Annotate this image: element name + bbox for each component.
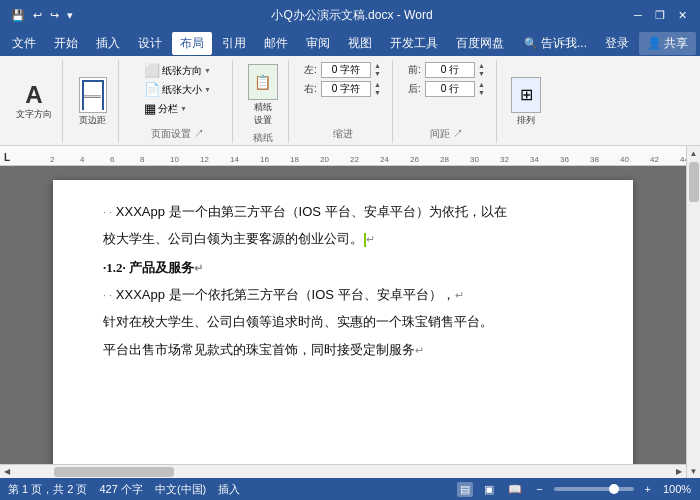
spacing-after-row: 后: ▲ ▼ [408,81,485,97]
menu-tell[interactable]: 🔍 告诉我... [516,32,595,55]
menu-layout[interactable]: 布局 [172,32,212,55]
orientation-button[interactable]: ⬜ 纸张方向 ▼ [141,62,214,79]
ruler-mark-8: 8 [140,155,144,164]
menu-home[interactable]: 开始 [46,32,86,55]
ruler-content: 2 4 6 8 10 12 14 16 18 20 22 24 26 28 30… [50,146,686,165]
textdir-label: 文字方向 [16,108,52,121]
scroll-down-button[interactable]: ▼ [687,464,700,478]
indent-left-input[interactable] [321,62,371,78]
page-size-row: 📄 纸张大小 ▼ [141,81,214,98]
scroll-h-thumb[interactable] [54,467,174,477]
ruler-mark-38: 38 [590,155,599,164]
arrange-content: ⊞ 排列 [507,62,545,141]
zoom-plus-button[interactable]: + [642,482,654,496]
spacing-after-input[interactable] [425,81,475,97]
menu-mail[interactable]: 邮件 [256,32,296,55]
menu-insert[interactable]: 插入 [88,32,128,55]
scroll-up-button[interactable]: ▲ [687,146,700,160]
ruler-prefix: L [4,152,10,163]
zoom-minus-button[interactable]: − [533,482,545,496]
scrollbar-horizontal[interactable]: ◀ ▶ [0,464,686,478]
view-print-button[interactable]: ▤ [457,482,473,497]
spacing-content: 前: ▲ ▼ 后: ▲ ▼ [408,62,485,125]
indent-right-input[interactable] [321,81,371,97]
word-count: 427 个字 [99,482,142,497]
indent-left-label: 左: [304,63,318,77]
arrange-button[interactable]: ⊞ 排列 [507,75,545,129]
ruler-mark-36: 36 [560,155,569,164]
textdir-content: A 文字方向 [12,62,56,141]
scroll-v-track[interactable] [687,160,700,464]
scroll-v-thumb[interactable] [689,162,699,202]
scroll-h-track[interactable] [14,465,672,478]
stencil-button[interactable]: 📋 精纸设置 [244,62,282,129]
page-background: · · XXXApp 是一个由第三方平台（IOS 平台、安卓平台）为依托，以在 … [0,166,686,464]
indent-left-down[interactable]: ▼ [374,70,381,78]
menu-file[interactable]: 文件 [4,32,44,55]
indent-left-arrows: ▲ ▼ [374,62,381,78]
save-button[interactable]: 💾 [8,7,28,24]
para-3-text: XXXApp 是一个依托第三方平台（IOS 平台、安卓平台）， [116,287,455,302]
columns-arrow: ▼ [180,105,187,112]
redo-button[interactable]: ↪ [47,7,62,24]
status-right: ▤ ▣ 📖 − + 100% [457,482,692,497]
view-read-button[interactable]: 📖 [505,482,525,497]
menu-references[interactable]: 引用 [214,32,254,55]
pagesetup-expand-icon[interactable]: ↗ [194,128,204,139]
columns-button[interactable]: ▦ 分栏 ▼ [141,100,190,117]
spacing-before-down[interactable]: ▼ [478,70,485,78]
arrange-label: 排列 [517,114,535,127]
stencil-content: 📋 精纸设置 [244,62,282,129]
doc-para-5: 平台出售市场常见款式的珠宝首饰，同时接受定制服务↵ [103,338,583,361]
scroll-right-button[interactable]: ▶ [672,465,686,478]
menu-view[interactable]: 视图 [340,32,380,55]
zoom-slider[interactable] [554,487,634,491]
insert-mode[interactable]: 插入 [218,482,240,497]
para-mark-heading: ↵ [194,262,203,274]
menu-share[interactable]: 👤 共享 [639,32,696,55]
undo-button[interactable]: ↩ [30,7,45,24]
status-bar: 第 1 页，共 2 页 427 个字 中文(中国) 插入 ▤ ▣ 📖 − + 1… [0,478,700,500]
menu-baidu[interactable]: 百度网盘 [448,32,512,55]
menu-dev[interactable]: 开发工具 [382,32,446,55]
orientation-label: 纸张方向 [162,64,202,78]
ruler-mark-6: 6 [110,155,114,164]
indent-right-up[interactable]: ▲ [374,81,381,89]
doc-para-4: 针对在校大学生、公司白领等追求时尚、实惠的一个珠宝销售平台。 [103,310,583,333]
doc-heading-1.2: ·1.2· 产品及服务↵ [103,259,583,277]
customize-button[interactable]: ▾ [64,7,76,24]
ruler-mark-28: 28 [440,155,449,164]
spacing-before-input[interactable] [425,62,475,78]
indent-right-down[interactable]: ▼ [374,89,381,97]
spacing-after-up[interactable]: ▲ [478,81,485,89]
indent-left-up[interactable]: ▲ [374,62,381,70]
textdir-button[interactable]: A 文字方向 [12,81,56,123]
margins-label: 页边距 [79,114,106,127]
spacing-after-label: 后: [408,82,422,96]
ruler-mark-32: 32 [500,155,509,164]
title-bar-left: 💾 ↩ ↪ ▾ [8,7,76,24]
menu-review[interactable]: 审阅 [298,32,338,55]
menu-login[interactable]: 登录 [597,32,637,55]
menu-design[interactable]: 设计 [130,32,170,55]
document-page[interactable]: · · XXXApp 是一个由第三方平台（IOS 平台、安卓平台）为依托，以在 … [53,180,633,464]
view-web-button[interactable]: ▣ [481,482,497,497]
scrollbar-vertical[interactable]: ▲ ▼ [686,146,700,478]
margins-button[interactable]: ═══ 页边距 [75,75,111,129]
document-scroll-area[interactable]: L 2 4 6 8 10 12 14 16 18 20 22 24 26 28 [0,146,686,478]
minimize-button[interactable]: ─ [628,5,648,25]
zoom-level[interactable]: 100% [662,483,692,495]
indent-mark-3: · · [103,289,112,301]
close-button[interactable]: ✕ [672,5,692,25]
spacing-before-up[interactable]: ▲ [478,62,485,70]
zoom-thumb[interactable] [609,484,619,494]
para-mark-3: ↵ [455,289,464,301]
heading-bullet: · [103,260,106,275]
pagesize-icon: 📄 [144,82,160,97]
page-info: 第 1 页，共 2 页 [8,482,87,497]
spacing-after-down[interactable]: ▼ [478,89,485,97]
scroll-left-button[interactable]: ◀ [0,465,14,478]
spacing-expand-icon[interactable]: ↗ [453,128,463,139]
restore-button[interactable]: ❐ [650,5,670,25]
pagesize-button[interactable]: 📄 纸张大小 ▼ [141,81,214,98]
